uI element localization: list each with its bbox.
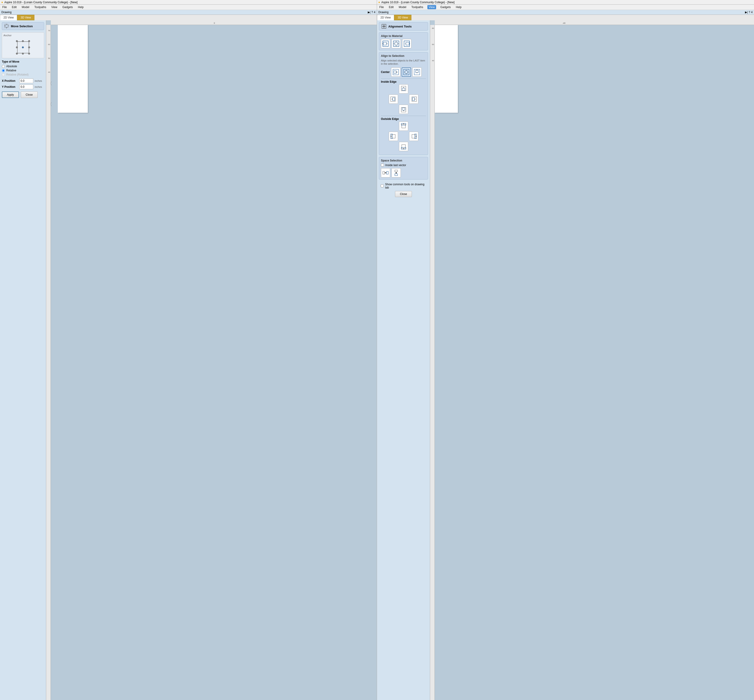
tab-2d-view-right[interactable]: 2D View (377, 15, 394, 20)
tab-pin-icon-right[interactable]: ▶| (745, 11, 748, 14)
menu-bar-right: File Edit Model Toolpaths View Gadgets H… (377, 5, 754, 10)
y-position-input[interactable] (19, 84, 33, 89)
menu-bar-left: File Edit Model Toolpaths View Gadgets H… (0, 5, 377, 10)
anchor-section: Anchor (2, 32, 44, 58)
align-outside-bottom-btn[interactable] (399, 142, 408, 151)
menu-toolpaths-right[interactable]: Toolpaths (411, 5, 424, 9)
radio-absolute-input[interactable] (2, 65, 5, 68)
align-material-left-btn[interactable] (381, 39, 390, 48)
svg-rect-44 (412, 98, 415, 100)
inside-last-vector-label: Inside last vector (385, 164, 406, 167)
menu-gadgets-right[interactable]: Gadgets (439, 5, 452, 9)
space-selection-title: Space Selection (381, 159, 426, 162)
svg-rect-37 (401, 86, 406, 91)
tab-pin-icon-left[interactable]: ▶| (368, 11, 370, 14)
space-selection-section: Space Selection Inside last vector (379, 157, 428, 180)
align-material-right-btn[interactable] (402, 39, 411, 48)
radio-relative-label: Relative (6, 69, 16, 72)
svg-rect-41 (392, 98, 395, 100)
menu-gadgets-left[interactable]: Gadgets (61, 5, 74, 9)
anchor-bc[interactable] (20, 50, 26, 56)
align-to-selection-title: Align to Selection (381, 54, 426, 58)
fold-arrow-left: 〈 (48, 80, 52, 87)
menu-file-right[interactable]: File (378, 5, 385, 9)
space-v-btn[interactable] (392, 168, 401, 177)
apply-button[interactable]: Apply (2, 92, 19, 98)
anchor-mr[interactable] (26, 44, 32, 51)
anchor-tc[interactable] (20, 38, 26, 44)
align-inside-left-btn[interactable] (389, 94, 398, 104)
svg-rect-55 (412, 134, 415, 138)
align-center-h-btn[interactable] (391, 67, 400, 77)
svg-rect-52 (392, 134, 395, 138)
align-center-v-icon (414, 69, 420, 75)
anchor-tr[interactable] (26, 38, 32, 44)
show-common-tools-checkbox[interactable] (381, 184, 384, 188)
align-center-both-btn[interactable] (402, 67, 411, 77)
type-of-move-section: Type of Move Absolute Relative Relati (2, 60, 44, 76)
svg-rect-28 (405, 71, 408, 73)
anchor-tl[interactable] (14, 38, 20, 44)
menu-edit-right[interactable]: Edit (388, 5, 395, 9)
align-outside-bottom-icon (400, 143, 407, 150)
drawing-label-right: Drawing (378, 11, 389, 14)
menu-help-right[interactable]: Help (455, 5, 462, 9)
ruler-v-right: 80 60 40 (430, 25, 435, 700)
menu-edit-left[interactable]: Edit (11, 5, 17, 9)
x-position-input[interactable] (19, 78, 33, 83)
move-selection-panel: Move Selection Anchor (0, 20, 46, 700)
anchor-ml[interactable] (14, 44, 20, 51)
menu-file-left[interactable]: File (2, 5, 8, 9)
radio-relative[interactable]: Relative (2, 69, 44, 72)
menu-toolpaths-left[interactable]: Toolpaths (33, 5, 47, 9)
align-inside-top-btn[interactable] (399, 84, 408, 94)
svg-rect-61 (383, 172, 385, 174)
radio-relative-rotated: Relative (Rotated) (2, 73, 44, 76)
tab-controls-right: ▶| ? 4 (745, 11, 753, 14)
tab-3d-view-left[interactable]: 3D View (17, 15, 34, 20)
align-material-center-btn[interactable] (392, 39, 401, 48)
menu-model-right[interactable]: Model (398, 5, 407, 9)
menu-view-left[interactable]: View (50, 5, 58, 9)
align-outside-left-btn[interactable] (389, 132, 398, 141)
tab-help-icon-right[interactable]: ? (749, 11, 750, 14)
radio-relative-rotated-label: Relative (Rotated) (6, 73, 29, 76)
align-outside-right-btn[interactable] (409, 132, 418, 141)
align-outside-top-icon (400, 123, 407, 130)
space-h-btn[interactable] (381, 168, 390, 177)
radio-absolute[interactable]: Absolute (2, 65, 44, 68)
menu-view-right[interactable]: View (427, 5, 436, 9)
anchor-label: Anchor (3, 34, 42, 37)
anchor-mc[interactable] (20, 44, 26, 51)
anchor-bl[interactable] (14, 50, 20, 56)
content-area-right: Alignment Tools Align to Material (377, 20, 754, 700)
tab-2d-view-left[interactable]: 2D View (0, 15, 17, 20)
align-outside-top-btn[interactable] (399, 122, 408, 131)
close-button-right[interactable]: Close (395, 191, 412, 197)
canvas-paper-left (58, 25, 88, 113)
svg-marker-32 (408, 72, 408, 73)
inside-last-vector-checkbox[interactable] (381, 164, 384, 167)
align-inside-right-btn[interactable] (409, 94, 418, 104)
radio-relative-input[interactable] (2, 69, 5, 72)
svg-marker-35 (417, 70, 417, 70)
svg-marker-26 (397, 72, 398, 73)
svg-rect-46 (401, 108, 406, 112)
tab-dock-icon-left[interactable]: 4 (374, 11, 375, 14)
close-button-left[interactable]: Close (21, 92, 37, 98)
align-inside-bottom-btn[interactable] (399, 105, 408, 114)
ruler-v-right-80: 80 (432, 27, 434, 29)
radio-absolute-label: Absolute (6, 65, 17, 68)
svg-marker-30 (406, 73, 407, 74)
alignment-tools-panel: Alignment Tools Align to Material (377, 20, 430, 700)
menu-help-left[interactable]: Help (77, 5, 84, 9)
menu-model-left[interactable]: Model (21, 5, 30, 9)
tab-help-icon-left[interactable]: ? (372, 11, 373, 14)
align-center-v-btn[interactable] (412, 67, 421, 77)
app-icon-right: ♦ (378, 0, 380, 4)
tab-3d-view-right[interactable]: 3D View (394, 15, 411, 20)
svg-rect-9 (383, 41, 388, 47)
tab-dock-icon-right[interactable]: 4 (751, 11, 752, 14)
anchor-br[interactable] (26, 50, 32, 56)
ruler-v-right-60: 60 (432, 44, 434, 45)
